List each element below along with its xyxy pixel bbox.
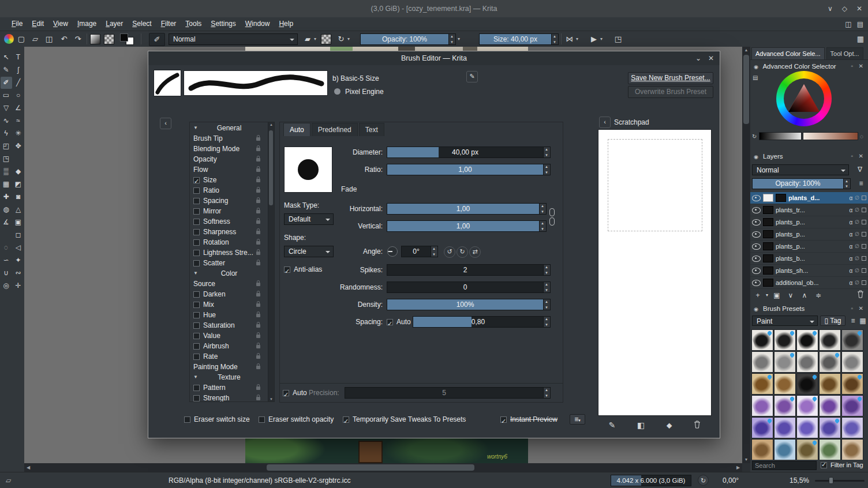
undo-icon[interactable]: ↶ [58,33,70,45]
tag-button[interactable]: ▯ Tag [820,316,845,326]
layer-filter-icon[interactable]: ∇ [854,164,866,175]
brush-preset-28[interactable] [796,439,818,460]
brush-preset-18[interactable] [796,395,818,416]
brush-option-opacity[interactable]: Opacity [190,154,268,164]
tool-rectangle[interactable]: ▭ [1,89,12,102]
brush-option-rate[interactable]: Rate [190,351,268,362]
redo-icon[interactable]: ↷ [72,33,84,45]
option-checkbox[interactable] [193,385,200,391]
canvas-only-icon[interactable]: ▤ [857,20,863,28]
layer-row-1[interactable]: plants_d...α∅ [750,192,868,204]
option-checkbox[interactable] [193,333,200,339]
fg-bg-color-swatch[interactable] [120,33,134,45]
instant-preview-checkbox[interactable]: Instant Preview [500,414,558,425]
layer-name[interactable]: plants_sh... [776,267,847,274]
window-shade-button[interactable]: ∨ [828,5,833,13]
horizontal-fade-spinner[interactable] [540,203,547,215]
precision-auto-checkbox[interactable]: Auto [283,387,307,399]
brush-preset-24[interactable] [819,417,841,438]
brush-option-value[interactable]: Value [190,331,268,341]
angle-spinner[interactable] [431,246,438,257]
mirror-horizontal-icon[interactable]: ⋈ [563,33,576,45]
tool-bezier-curve[interactable]: ∿ [1,115,12,127]
canvas-vertical-scrollbar[interactable]: ▲ ▼ [742,47,750,463]
inherit-alpha-icon[interactable]: ∅ [855,195,859,201]
opacity-slider[interactable]: Opacity: 100% [360,33,449,45]
brush-preset-12[interactable] [774,373,796,395]
layer-row-8[interactable]: additional_ob...α∅ [750,277,868,289]
move-layer-up-icon[interactable]: ∧ [799,290,810,301]
layer-thumbnail[interactable] [763,218,773,226]
brush-preset-1[interactable] [751,329,773,351]
options-scrollbar[interactable]: ▲▼ [268,122,274,401]
brush-option-mirror[interactable]: Mirror [190,206,268,216]
size-spinner[interactable] [552,33,559,45]
mirror-h-caret-icon[interactable]: ▾ [576,36,582,43]
lock-icon[interactable] [256,386,260,390]
layer-thumbnail[interactable] [776,194,786,202]
dialog-collapse-icon[interactable]: ⌄ [695,51,701,65]
tool-text[interactable]: T [13,51,24,63]
tool-polygon[interactable]: ▽ [1,102,12,114]
value-shade-strip[interactable] [759,132,802,140]
canvas-horizontal-scrollbar[interactable]: ◀ ▶ [24,463,742,472]
layer-name[interactable]: plants_p... [776,219,847,226]
tool-polygon-select[interactable]: ◁ [13,242,24,254]
layer-name[interactable]: plants_p... [776,231,847,238]
brush-preset-11[interactable] [751,373,773,395]
menu-layer[interactable]: Layer [101,17,128,31]
brush-preset-25[interactable] [841,417,863,438]
lock-icon[interactable] [256,158,260,162]
layer-visibility-icon[interactable] [752,256,761,262]
option-checkbox[interactable] [193,250,200,256]
gradient-chooser[interactable] [90,34,100,44]
brush-preset-4[interactable] [819,329,841,351]
tab-advanced-color-selector[interactable]: Advanced Color Sele... [751,47,825,59]
brush-preset-9[interactable] [819,351,841,373]
tool-edit-shapes[interactable]: ✎ [1,64,12,76]
tool-select-shapes[interactable]: ↖ [1,51,12,63]
vertical-fade-spinner[interactable] [540,220,547,232]
color-shade-strip[interactable] [803,132,858,140]
option-checkbox[interactable] [193,187,200,194]
brush-option-brush-tip[interactable]: Brush Tip [190,133,268,144]
lock-icon[interactable] [256,148,260,151]
tab-predefined[interactable]: Predefined [312,123,358,136]
lock-icon[interactable] [256,189,260,193]
menu-edit[interactable]: Edit [27,17,48,31]
tool-measure[interactable]: ∡ [1,216,12,228]
tool-rect-select[interactable]: ◻ [13,229,24,241]
close-docker-icon[interactable]: ✕ [859,304,863,313]
tool-color-sampler[interactable]: ◆ [13,166,24,178]
brush-option-strength[interactable]: Strength [190,393,268,402]
eraser-mode-icon[interactable]: ▰ [301,33,314,45]
brush-editor-toggle[interactable]: ✐ [149,33,165,46]
option-checkbox[interactable] [193,229,200,235]
density-slider[interactable]: 100% [387,299,544,310]
brush-option-hue[interactable]: Hue [190,310,268,320]
brush-preset-20[interactable] [841,395,863,416]
window-close-button[interactable]: ✕ [856,5,862,13]
layer-thumbnail[interactable] [763,266,773,275]
brush-option-sharpness[interactable]: Sharpness [190,227,268,237]
scratchpad-canvas[interactable] [598,129,712,416]
wrap-around-icon[interactable]: ◳ [612,33,624,45]
option-checkbox[interactable] [193,395,200,401]
lock-icon[interactable] [256,137,260,141]
menu-view[interactable]: View [48,17,73,31]
open-document-icon[interactable]: ▱ [29,33,42,45]
brush-preset-30[interactable] [841,439,863,460]
brush-option-ratio[interactable]: Ratio [190,185,268,196]
size-slider[interactable]: Size: 40,00 px [479,33,552,45]
tool-enclose-fill[interactable]: ◍ [1,204,12,216]
lock-icon[interactable] [256,283,260,286]
duplicate-layer-icon[interactable]: ▣ [771,290,783,301]
ratio-slider[interactable]: 1,00 [387,164,544,175]
filter-in-tag-checkbox[interactable]: Filter in Tag [821,461,863,468]
detach-brush-editor-menu[interactable]: ≡▾ [570,414,585,425]
lock-icon[interactable] [256,210,260,213]
brush-option-lightness-stre[interactable]: Lightness Stre... [190,247,268,258]
float-docker-icon[interactable]: ▫ [851,62,853,71]
tool-freehand-brush[interactable]: ✐ [1,77,12,89]
brush-preset-10[interactable] [841,351,863,373]
